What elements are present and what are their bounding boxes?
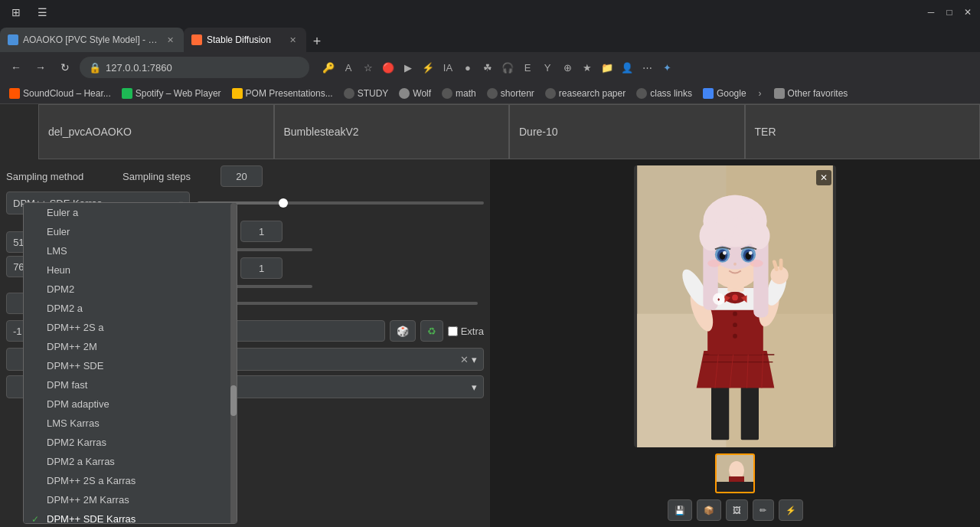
bookmark-shortenr[interactable]: shortenr: [482, 85, 539, 102]
copilot-icon[interactable]: ✦: [658, 59, 675, 76]
extra-checkbox[interactable]: [448, 326, 458, 336]
browser-icon-4[interactable]: IA: [439, 59, 456, 76]
tab-close-aoaoko[interactable]: ✕: [164, 34, 176, 46]
user-profile-icon[interactable]: 👤: [619, 59, 635, 76]
bookmark-study[interactable]: STUDY: [339, 85, 394, 102]
tab-close-sd[interactable]: ✕: [286, 34, 299, 46]
dropdown-item-heun[interactable]: Heun: [24, 260, 237, 280]
label-dpmpp2m: DPM++ 2M: [47, 341, 97, 352]
star-toolbar-icon[interactable]: ★: [579, 59, 596, 76]
collection-icon[interactable]: 📁: [599, 59, 616, 76]
model-card-ter[interactable]: TER: [745, 104, 981, 159]
bookmark-label-math: math: [456, 88, 476, 99]
model-card-dure[interactable]: Dure-10: [509, 104, 745, 159]
dropdown-item-lms[interactable]: LMS: [24, 241, 237, 260]
right-panel: ✕: [490, 159, 980, 527]
dropdown-item-dpmpp2sakarras[interactable]: DPM++ 2S a Karras: [24, 471, 237, 490]
bookmark-wolf[interactable]: Wolf: [394, 85, 436, 102]
label-dpm2akarras: DPM2 a Karras: [47, 456, 115, 467]
browser-icon-3[interactable]: ⚡: [420, 59, 436, 76]
label-euler: Euler: [47, 226, 70, 237]
seed-recycle-button[interactable]: ♻: [420, 320, 443, 342]
browser-icon-6[interactable]: ☘: [479, 59, 496, 76]
title-bar: ⊞ ☰ ─ □ ✕: [0, 0, 980, 25]
batch-size-value-box[interactable]: 1: [240, 257, 283, 279]
close-image-button[interactable]: ✕: [816, 170, 831, 185]
svg-point-14: [733, 312, 737, 316]
bookmark-favicon-study: [344, 88, 354, 99]
script-arrow-icon: ▾: [472, 354, 477, 365]
dropdown-item-dpmpp2mkarras[interactable]: DPM++ 2M Karras: [24, 490, 237, 509]
settings-dots-icon[interactable]: ⋯: [639, 59, 655, 76]
dropdown-item-lmskarras[interactable]: LMS Karras: [24, 414, 237, 433]
tab-stable-diffusion[interactable]: Stable Diffusion ✕: [184, 28, 306, 52]
close-button[interactable]: ✕: [962, 6, 974, 18]
extra-checkbox-label[interactable]: Extra: [448, 326, 484, 337]
translate-icon[interactable]: A: [340, 59, 357, 76]
dropdown-item-euler-a[interactable]: Euler a: [24, 203, 237, 222]
dropdown-item-dpmfast[interactable]: DPM fast: [24, 375, 237, 394]
save-button[interactable]: 💾: [668, 499, 692, 521]
dropdown-item-dpmppsdekarras[interactable]: ✓ DPM++ SDE Karras: [24, 509, 237, 524]
svg-point-45: [749, 251, 753, 255]
address-bar[interactable]: 🔒 127.0.0.1:7860: [80, 57, 309, 78]
check-dpmppsdekarras: ✓: [31, 514, 42, 525]
dropdown-item-dpmpp2sa[interactable]: DPM++ 2S a: [24, 318, 237, 337]
bookmark-math[interactable]: math: [437, 85, 481, 102]
more-bookmarks-button[interactable]: ›: [753, 86, 768, 101]
passkey-icon[interactable]: 🔑: [320, 59, 337, 76]
bookmark-classlinks[interactable]: class links: [632, 85, 697, 102]
favorites-icon[interactable]: ☆: [360, 59, 377, 76]
browser-icon-8[interactable]: E: [519, 59, 536, 76]
browser-icon-10[interactable]: ⊕: [559, 59, 576, 76]
model-card-del[interactable]: del_pvcAOAOKO: [38, 104, 274, 159]
tab-aoaoko[interactable]: AOAOKO [PVC Style Model] - PV... ✕: [0, 28, 184, 52]
image-display-area: ✕: [634, 165, 836, 447]
bookmark-google[interactable]: Google: [698, 85, 751, 102]
seed-dice-button[interactable]: 🎲: [390, 320, 416, 342]
dropdown-scrollbar-thumb: [230, 385, 237, 416]
dropdown-item-dpm2akarras[interactable]: DPM2 a Karras: [24, 452, 237, 471]
dropdown-item-euler[interactable]: Euler: [24, 222, 237, 241]
dropdown-item-dpm2[interactable]: DPM2: [24, 280, 237, 299]
browser-icon-7[interactable]: 🎧: [499, 59, 516, 76]
back-button[interactable]: ←: [6, 57, 26, 77]
steps-value-box[interactable]: 20: [220, 165, 263, 187]
svg-text:♦: ♦: [717, 296, 720, 302]
dropdown-scrollbar[interactable]: [230, 203, 237, 524]
model-card-bumble[interactable]: BumblesteakV2: [274, 104, 510, 159]
steps-value: 20: [236, 171, 247, 182]
new-tab-button[interactable]: +: [306, 31, 328, 52]
dropdown-item-dpm2karras[interactable]: DPM2 Karras: [24, 433, 237, 452]
bookmark-otherfav[interactable]: Other favorites: [769, 85, 853, 102]
script-close-icon[interactable]: ✕: [460, 354, 469, 365]
bookmark-soundcloud[interactable]: SoundCloud – Hear...: [5, 85, 116, 102]
browser-icon-5[interactable]: ●: [459, 59, 476, 76]
bookmark-spotify[interactable]: Spotify – Web Player: [117, 85, 226, 102]
maximize-button[interactable]: □: [943, 6, 956, 18]
bookmark-favicon-soundcloud: [9, 88, 20, 99]
browser-icon-9[interactable]: Y: [539, 59, 556, 76]
minimize-button[interactable]: ─: [925, 6, 937, 18]
bookmark-research[interactable]: reasearch paper: [541, 85, 630, 102]
tab-grid-icon[interactable]: ☰: [32, 2, 52, 22]
sampling-method-row: Sampling method Sampling steps 20: [6, 165, 484, 187]
browser-icon-1[interactable]: 🔴: [380, 59, 397, 76]
batch-count-value-box[interactable]: 1: [240, 221, 283, 242]
dropdown-item-dpmppsde[interactable]: DPM++ SDE: [24, 356, 237, 375]
send-to-inpaint-button[interactable]: ✏: [753, 499, 774, 521]
forward-button[interactable]: →: [31, 57, 51, 77]
dropdown-item-dpm2a[interactable]: DPM2 a: [24, 299, 237, 318]
dropdown-item-dpmpp2m[interactable]: DPM++ 2M: [24, 337, 237, 356]
send-to-extras-button[interactable]: ⚡: [779, 499, 803, 521]
thumbnail-1[interactable]: [715, 453, 755, 493]
browser-icon-2[interactable]: ▶: [400, 59, 416, 76]
tab-switcher-icon[interactable]: ⊞: [6, 2, 26, 22]
dropdown-item-dpmadaptive[interactable]: DPM adaptive: [24, 394, 237, 414]
send-to-img2img-button[interactable]: 🖼: [726, 499, 748, 521]
steps-slider[interactable]: [198, 201, 484, 205]
generated-image: ♦: [634, 165, 836, 447]
refresh-button[interactable]: ↻: [55, 57, 75, 77]
bookmark-pom[interactable]: POM Presentations...: [227, 85, 338, 102]
zip-button[interactable]: 📦: [697, 499, 721, 521]
